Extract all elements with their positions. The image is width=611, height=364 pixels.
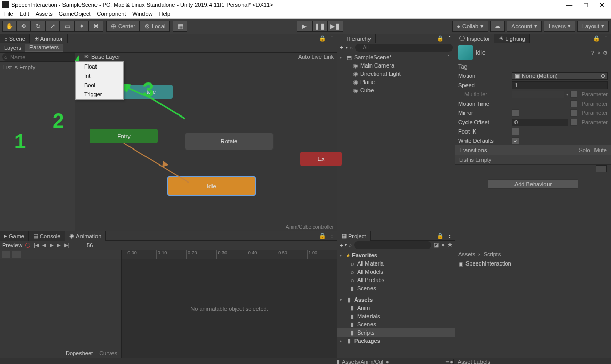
- add-key-button[interactable]: [2, 251, 10, 258]
- packages-row[interactable]: ▸▮Packages: [337, 337, 455, 345]
- layout-dropdown[interactable]: Layout ▾: [577, 21, 609, 32]
- scene-row[interactable]: ▾⬒SampleScene*⋮: [337, 53, 455, 61]
- tab-animator[interactable]: ⊞Animator: [30, 34, 68, 43]
- layer-breadcrumb[interactable]: 👁Base Layer: [84, 54, 120, 60]
- cloud-button[interactable]: ☁: [490, 21, 505, 32]
- next-frame-button[interactable]: ▶: [57, 242, 61, 248]
- foot-ik-checkbox[interactable]: [512, 128, 519, 135]
- step-button[interactable]: ▶❚: [328, 21, 343, 32]
- menu-assets[interactable]: Assets: [36, 11, 53, 17]
- lock-icon[interactable]: 🔒: [437, 35, 444, 42]
- hierarchy-item[interactable]: ◉Main Camera: [337, 61, 455, 70]
- scale-tool[interactable]: ⤢: [45, 21, 60, 32]
- project-search[interactable]: [354, 241, 431, 249]
- cycle-param-checkbox[interactable]: [570, 119, 577, 126]
- lock-icon[interactable]: 🔒: [319, 233, 326, 239]
- menu-help[interactable]: Help: [158, 11, 170, 17]
- lock-icon[interactable]: 🔒: [593, 35, 600, 42]
- asset-item[interactable]: ▣SpeechInteraction: [458, 259, 608, 268]
- menu-gameobject[interactable]: GameObject: [59, 11, 91, 17]
- tab-project[interactable]: ▦Project: [337, 231, 371, 241]
- folder-row[interactable]: ▮Anim: [337, 304, 455, 312]
- remove-transition-button[interactable]: −: [596, 165, 607, 172]
- assets-row[interactable]: ▾▮Assets: [337, 295, 455, 304]
- context-menu-icon[interactable]: ⋮: [329, 35, 335, 42]
- lock-icon[interactable]: 🔒: [319, 35, 326, 42]
- rotate-tool[interactable]: ↻: [31, 21, 45, 32]
- tab-lighting[interactable]: ☀Lighting: [494, 34, 530, 43]
- tab-game[interactable]: ▸Game: [0, 231, 29, 241]
- minimize-button[interactable]: —: [566, 1, 572, 9]
- menu-file[interactable]: File: [4, 11, 13, 17]
- prev-frame-button[interactable]: ◀: [42, 242, 46, 248]
- state-name[interactable]: idle: [476, 49, 588, 56]
- folder-row[interactable]: ▮Scripts: [337, 328, 455, 337]
- pivot-local-toggle[interactable]: ⊗Local: [140, 21, 170, 32]
- multiplier-param-checkbox[interactable]: [570, 91, 577, 98]
- node-rotate[interactable]: Rotate: [185, 133, 274, 150]
- create-asset-button[interactable]: +: [340, 242, 343, 249]
- node-entry[interactable]: Entry: [90, 129, 158, 143]
- dopesheet-tab[interactable]: Dopesheet: [66, 350, 93, 356]
- last-frame-button[interactable]: ▶|: [64, 242, 70, 248]
- context-menu-icon[interactable]: ⋮: [447, 35, 453, 42]
- gear-icon[interactable]: ⚙: [603, 49, 608, 56]
- node-idle[interactable]: idle: [167, 176, 256, 196]
- animator-graph[interactable]: 👁Base Layer Auto Live Link Float Int Boo…: [75, 53, 337, 231]
- layers-dropdown[interactable]: Layers ▾: [544, 21, 575, 32]
- pause-button[interactable]: ❚❚: [312, 21, 328, 32]
- menu-component[interactable]: Component: [97, 11, 126, 17]
- favorite-item[interactable]: ⌕All Materia: [337, 259, 455, 268]
- hand-tool[interactable]: ✋: [2, 21, 17, 32]
- record-button[interactable]: [25, 243, 30, 248]
- hierarchy-search[interactable]: [355, 44, 453, 52]
- account-dropdown[interactable]: Account ▾: [507, 21, 542, 32]
- context-menu-icon[interactable]: ⋮: [447, 233, 453, 239]
- filter-label-icon[interactable]: ●: [441, 242, 445, 249]
- lock-icon[interactable]: 🔒: [437, 233, 444, 239]
- mirror-checkbox[interactable]: [512, 109, 519, 117]
- context-menu-icon[interactable]: ⋮: [603, 35, 609, 42]
- speed-field[interactable]: 1: [512, 81, 608, 89]
- tab-inspector[interactable]: ⓘInspector: [455, 34, 494, 43]
- object-picker-icon[interactable]: ⊙: [601, 73, 605, 79]
- collab-dropdown[interactable]: ● Collab ▾: [452, 21, 488, 32]
- menu-item-float[interactable]: Float: [76, 62, 123, 71]
- add-behaviour-button[interactable]: Add Behaviour: [488, 179, 578, 189]
- tab-hierarchy[interactable]: ≡Hierarchy: [337, 34, 376, 43]
- curves-tab[interactable]: Curves: [99, 350, 117, 356]
- motion-time-param-checkbox[interactable]: [570, 100, 577, 107]
- hierarchy-item[interactable]: ◉Directional Light: [337, 70, 455, 78]
- hierarchy-item[interactable]: ◉Plane: [337, 78, 455, 86]
- favorite-item[interactable]: ⌕All Prefabs: [337, 276, 455, 284]
- node-exit[interactable]: Ex: [300, 152, 342, 166]
- snap-toggle[interactable]: ▦: [173, 21, 187, 32]
- favorites-row[interactable]: ▾★Favorites: [337, 251, 455, 259]
- subtab-layers[interactable]: Layers: [0, 44, 25, 52]
- subtab-parameters[interactable]: Parameters: [25, 44, 63, 52]
- move-tool[interactable]: ✥: [17, 21, 31, 32]
- mirror-param-checkbox[interactable]: [570, 109, 577, 117]
- context-menu-icon[interactable]: ⋮: [329, 233, 335, 239]
- tab-animation[interactable]: ◉Animation: [65, 231, 106, 241]
- add-event-button[interactable]: [12, 251, 21, 258]
- folder-row[interactable]: ▮Scenes: [337, 320, 455, 328]
- folder-row[interactable]: ▮Materials: [337, 312, 455, 320]
- help-icon[interactable]: ?: [591, 49, 594, 56]
- cycle-offset-field[interactable]: 0: [512, 119, 568, 126]
- menu-window[interactable]: Window: [132, 11, 152, 17]
- menu-item-int[interactable]: Int: [76, 71, 123, 80]
- rect-tool[interactable]: ▭: [60, 21, 74, 32]
- favorite-icon[interactable]: ★: [447, 242, 453, 249]
- play-anim-button[interactable]: ▶: [50, 242, 54, 248]
- menu-item-trigger[interactable]: Trigger: [76, 90, 123, 99]
- menu-edit[interactable]: Edit: [20, 11, 29, 17]
- write-defaults-checkbox[interactable]: ✓: [512, 137, 519, 144]
- pivot-center-toggle[interactable]: ⊕Center: [106, 21, 140, 32]
- motion-field[interactable]: ▣None (Motion)⊙: [512, 72, 608, 80]
- favorite-item[interactable]: ▮Scenes: [337, 284, 455, 292]
- auto-live-link[interactable]: Auto Live Link: [298, 54, 334, 60]
- transform-tool[interactable]: ✦: [74, 21, 89, 32]
- first-frame-button[interactable]: |◀: [34, 242, 39, 248]
- breadcrumb-scripts[interactable]: Scripts: [484, 251, 501, 257]
